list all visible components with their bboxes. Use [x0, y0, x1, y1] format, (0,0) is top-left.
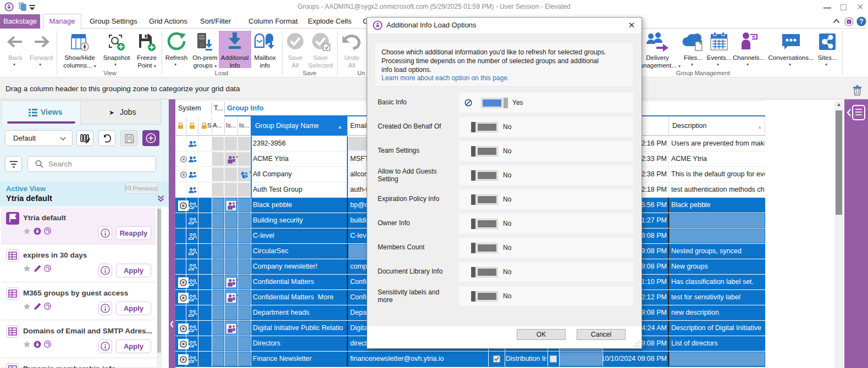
- svg-text:?: ?: [859, 18, 863, 25]
